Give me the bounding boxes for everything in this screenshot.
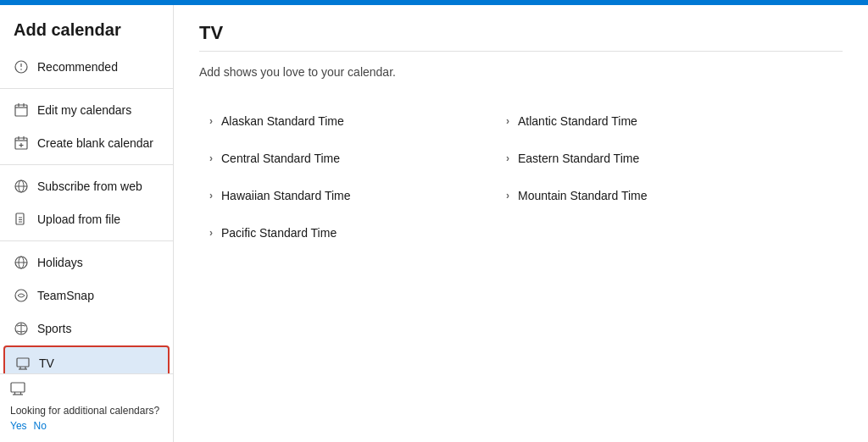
sidebar-item-label-holidays: Holidays bbox=[37, 256, 83, 269]
chevron-icon-alaskan: › bbox=[209, 115, 213, 127]
timezone-grid: ›Alaskan Standard Time›Atlantic Standard… bbox=[199, 102, 793, 251]
main-divider bbox=[199, 51, 843, 52]
timezone-label-eastern: Eastern Standard Time bbox=[518, 152, 639, 165]
footer-links: Yes No bbox=[10, 420, 163, 432]
chevron-icon-pacific: › bbox=[209, 227, 213, 239]
sidebar-footer: Looking for additional calendars? Yes No bbox=[0, 373, 173, 442]
teamsnap-icon bbox=[14, 288, 29, 303]
footer-link-yes[interactable]: Yes bbox=[10, 420, 27, 432]
sidebar-item-recommended[interactable]: Recommended bbox=[3, 51, 170, 83]
footer-text: Looking for additional calendars? bbox=[10, 404, 163, 418]
main-content: TV Add shows you love to your calendar. … bbox=[174, 5, 868, 442]
edit-calendars-icon bbox=[14, 102, 29, 118]
timezone-item-eastern[interactable]: ›Eastern Standard Time bbox=[496, 140, 793, 177]
chevron-icon-atlantic: › bbox=[506, 115, 509, 127]
timezone-item-pacific[interactable]: ›Pacific Standard Time bbox=[199, 214, 496, 251]
divider-3 bbox=[0, 240, 173, 241]
footer-icon bbox=[10, 381, 163, 401]
sidebar-item-label-create-calendar: Create blank calendar bbox=[37, 136, 153, 150]
sports-icon bbox=[14, 321, 29, 336]
subscribe-web-icon bbox=[14, 179, 29, 194]
timezone-label-hawaiian: Hawaiian Standard Time bbox=[221, 189, 351, 202]
svg-rect-3 bbox=[15, 105, 27, 116]
sidebar-item-teamsnap[interactable]: TeamSnap bbox=[3, 279, 170, 312]
sidebar-title: Add calendar bbox=[0, 5, 173, 50]
tv-icon bbox=[15, 356, 31, 371]
sidebar-item-label-teamsnap: TeamSnap bbox=[37, 289, 94, 302]
footer-link-no[interactable]: No bbox=[34, 420, 47, 432]
create-calendar-icon bbox=[14, 135, 29, 151]
sidebar-item-sports[interactable]: Sports bbox=[3, 312, 170, 345]
chevron-icon-central: › bbox=[209, 152, 213, 164]
sidebar-item-edit-my-calendars[interactable]: Edit my calendars bbox=[3, 94, 170, 126]
chevron-icon-mountain: › bbox=[506, 190, 509, 202]
chevron-icon-eastern: › bbox=[506, 152, 509, 164]
timezone-label-atlantic: Atlantic Standard Time bbox=[518, 114, 637, 128]
main-title: TV bbox=[199, 22, 843, 44]
sidebar-item-subscribe-from-web[interactable]: Subscribe from web bbox=[3, 170, 170, 202]
timezone-item-mountain[interactable]: ›Mountain Standard Time bbox=[496, 177, 793, 214]
sidebar-item-upload-from-file[interactable]: Upload from file bbox=[3, 203, 170, 235]
app-container: Add calendar Recommended bbox=[0, 5, 868, 442]
timezone-item-central[interactable]: ›Central Standard Time bbox=[199, 140, 496, 177]
svg-rect-16 bbox=[16, 213, 24, 224]
timezone-item-alaskan[interactable]: ›Alaskan Standard Time bbox=[199, 102, 496, 140]
sidebar-item-label-tv: TV bbox=[39, 356, 54, 370]
sidebar-item-label-subscribe-web: Subscribe from web bbox=[37, 180, 142, 193]
svg-point-2 bbox=[20, 69, 22, 70]
sidebar-item-holidays[interactable]: Holidays bbox=[3, 246, 170, 279]
main-subtitle: Add shows you love to your calendar. bbox=[199, 65, 843, 79]
sidebar-item-label-sports: Sports bbox=[37, 322, 71, 335]
timezone-item-atlantic[interactable]: ›Atlantic Standard Time bbox=[496, 102, 793, 140]
svg-rect-26 bbox=[17, 358, 29, 367]
sidebar-scroll: Recommended Edit my calendars bbox=[0, 50, 173, 373]
recommended-icon bbox=[14, 59, 29, 75]
sidebar-item-label-upload-file: Upload from file bbox=[37, 213, 120, 226]
svg-point-23 bbox=[15, 290, 27, 301]
timezone-label-mountain: Mountain Standard Time bbox=[518, 189, 648, 202]
divider-1 bbox=[0, 88, 173, 89]
timezone-item-hawaiian[interactable]: ›Hawaiian Standard Time bbox=[199, 177, 496, 214]
sidebar: Add calendar Recommended bbox=[0, 5, 174, 442]
timezone-label-alaskan: Alaskan Standard Time bbox=[221, 114, 344, 128]
sidebar-item-label-edit-calendars: Edit my calendars bbox=[37, 103, 131, 117]
timezone-label-central: Central Standard Time bbox=[221, 152, 340, 165]
upload-file-icon bbox=[14, 212, 29, 227]
sidebar-item-label-recommended: Recommended bbox=[37, 60, 118, 74]
divider-2 bbox=[0, 164, 173, 165]
sidebar-item-create-blank-calendar[interactable]: Create blank calendar bbox=[3, 127, 170, 159]
sidebar-item-tv[interactable]: TV bbox=[3, 345, 170, 373]
svg-rect-30 bbox=[11, 383, 25, 392]
chevron-icon-hawaiian: › bbox=[209, 190, 213, 202]
holidays-icon bbox=[14, 255, 29, 270]
timezone-label-pacific: Pacific Standard Time bbox=[221, 226, 337, 240]
